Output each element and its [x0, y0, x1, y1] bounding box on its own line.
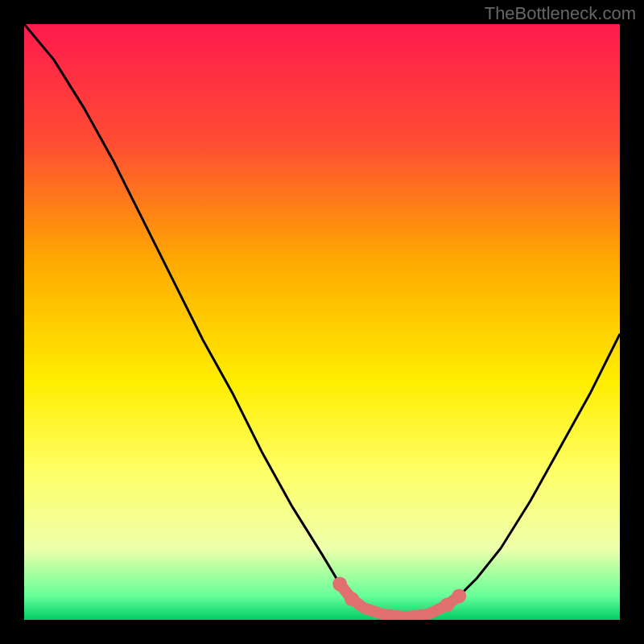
bottleneck-chart: [24, 24, 620, 620]
watermark-text: TheBottleneck.com: [485, 3, 636, 24]
highlight-dot: [452, 588, 466, 603]
chart-svg: [24, 24, 620, 620]
highlight-dot: [345, 592, 359, 606]
gradient-background: [24, 24, 620, 620]
highlight-dot: [332, 577, 347, 592]
highlight-dot: [440, 598, 454, 613]
